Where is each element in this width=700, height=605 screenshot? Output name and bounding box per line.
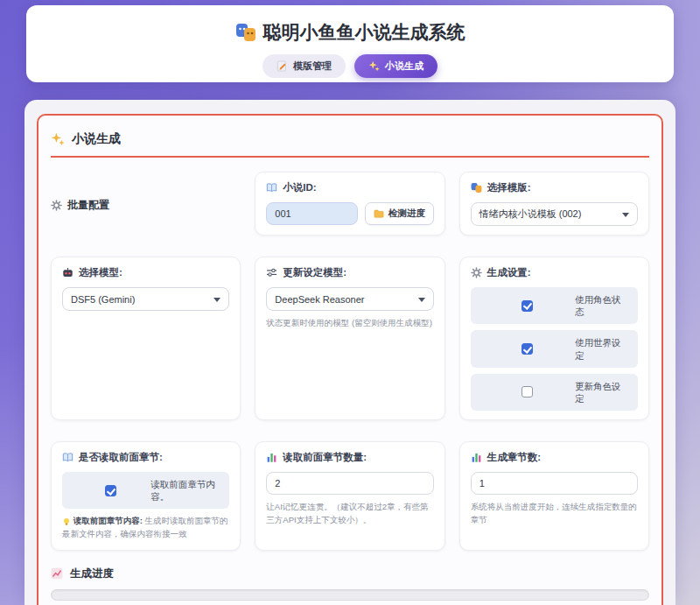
generation-progress-bar xyxy=(51,589,649,601)
robot-icon xyxy=(62,267,74,278)
settings-model-selected-value: DeepSeek Reasoner xyxy=(275,294,364,305)
model-label: 选择模型: xyxy=(62,266,229,279)
sparkles-icon xyxy=(368,60,380,72)
read-previous-hint-strong: 读取前面章节内容: xyxy=(74,516,143,525)
app-title-text: 聪明小鱼鱼小说生成系统 xyxy=(263,20,466,45)
progress-title-text: 生成进度 xyxy=(70,566,114,581)
generation-settings-label: 生成设置: xyxy=(471,266,638,279)
novel-id-input[interactable] xyxy=(266,202,357,225)
read-previous-checkbox[interactable] xyxy=(105,485,116,496)
progress-section-title: 生成进度 xyxy=(51,566,649,581)
chapter-count-card: 生成章节数: 系统将从当前进度开始，连续生成指定数量的章节 xyxy=(459,441,649,551)
novel-id-label-text: 小说ID: xyxy=(283,181,316,194)
option-label: 使用世界设定 xyxy=(575,336,629,361)
model-card: 选择模型: DSF5 (Gemini) xyxy=(51,257,241,420)
page-title: 聪明小鱼鱼小说生成系统 xyxy=(235,20,466,45)
config-grid: 批量配置 小说ID: 检测进度 xyxy=(51,172,649,551)
model-select[interactable]: DSF5 (Gemini) xyxy=(62,287,229,311)
batch-config-heading: 批量配置 xyxy=(51,172,241,236)
read-count-label-text: 读取前面章节数量: xyxy=(283,451,367,464)
read-previous-label-text: 是否读取前面章节: xyxy=(79,451,163,464)
tab-template-management[interactable]: 模版管理 xyxy=(262,54,346,78)
read-previous-hint: 读取前面章节内容: 生成时读取前面章节的最新文件内容，确保内容衔接一致 xyxy=(62,515,229,540)
tab-novel-generation[interactable]: 小说生成 xyxy=(354,54,438,78)
template-selected-value: 情绪内核小说模板 (002) xyxy=(480,208,582,221)
bulb-icon xyxy=(62,517,71,526)
tab-bar: 模版管理 小说生成 xyxy=(26,54,674,78)
read-previous-label: 是否读取前面章节: xyxy=(62,451,229,464)
check-progress-label: 检测进度 xyxy=(388,208,425,220)
batch-config-label: 批量配置 xyxy=(67,198,109,213)
option-use-character-state: 使用角色状态 xyxy=(471,287,638,324)
bar-chart-icon xyxy=(266,452,277,463)
folder-icon xyxy=(374,208,384,219)
read-previous-card: 是否读取前面章节: 读取前面章节内容。 读取前面章节内容: 生成时读取前面章节的… xyxy=(51,441,241,551)
memo-icon xyxy=(276,60,288,72)
gear-icon xyxy=(471,267,482,278)
sparkles-icon xyxy=(51,132,65,146)
novel-generation-panel: 小说生成 批量配置 xyxy=(37,114,663,605)
settings-model-label: 更新设定模型: xyxy=(266,266,433,279)
option-label: 读取前面章节内容。 xyxy=(150,478,220,503)
check-progress-button[interactable]: 检测进度 xyxy=(365,202,434,225)
settings-model-select[interactable]: DeepSeek Reasoner xyxy=(266,287,433,311)
section-title-text: 小说生成 xyxy=(72,131,121,147)
settings-model-label-text: 更新设定模型: xyxy=(283,266,346,279)
theater-masks-icon xyxy=(471,182,482,193)
chapter-count-input[interactable] xyxy=(471,472,638,495)
settings-model-card: 更新设定模型: DeepSeek Reasoner 状态更新时使用的模型 (留空… xyxy=(255,257,444,420)
chapter-count-label: 生成章节数: xyxy=(471,451,638,464)
option-label: 更新角色设定 xyxy=(575,380,629,405)
tab-label: 小说生成 xyxy=(385,60,424,73)
theater-masks-icon xyxy=(235,22,256,43)
update-character-setting-checkbox[interactable] xyxy=(522,386,533,397)
novel-id-card: 小说ID: 检测进度 xyxy=(255,172,444,236)
sliders-icon xyxy=(266,267,277,278)
option-label: 使用角色状态 xyxy=(575,293,629,318)
app-header: 聪明小鱼鱼小说生成系统 模版管理 小说生成 xyxy=(26,5,674,82)
gear-icon xyxy=(51,200,62,211)
book-icon xyxy=(266,182,277,193)
book-icon xyxy=(62,452,74,463)
model-label-text: 选择模型: xyxy=(79,266,122,279)
option-read-previous: 读取前面章节内容。 xyxy=(62,472,229,509)
chart-up-icon xyxy=(51,567,63,580)
chapter-count-hint: 系统将从当前进度开始，连续生成指定数量的章节 xyxy=(471,501,638,526)
read-count-label: 读取前面章节数量: xyxy=(266,451,433,464)
generation-settings-card: 生成设置: 使用角色状态 使用世界设定 更新角色设定 xyxy=(459,257,649,420)
settings-model-hint: 状态更新时使用的模型 (留空则使用生成模型) xyxy=(266,317,433,330)
read-count-card: 读取前面章节数量: 让AI记忆更连贯。（建议不超过2章，有些第三方API支持上下… xyxy=(255,441,444,551)
use-world-setting-checkbox[interactable] xyxy=(522,343,533,355)
tab-label: 模版管理 xyxy=(293,60,332,73)
generation-settings-label-text: 生成设置: xyxy=(487,266,531,279)
bar-chart-icon xyxy=(471,452,482,463)
main-content: 小说生成 批量配置 xyxy=(24,100,676,605)
template-select[interactable]: 情绪内核小说模板 (002) xyxy=(471,202,638,226)
template-card: 选择模版: 情绪内核小说模板 (002) xyxy=(459,172,649,236)
chapter-count-label-text: 生成章节数: xyxy=(487,451,541,464)
use-character-state-checkbox[interactable] xyxy=(522,300,533,312)
section-title: 小说生成 xyxy=(51,128,649,158)
model-selected-value: DSF5 (Gemini) xyxy=(71,294,135,305)
read-count-hint: 让AI记忆更连贯。（建议不超过2章，有些第三方API支持上下文较小）。 xyxy=(266,501,433,526)
novel-id-label: 小说ID: xyxy=(266,181,433,194)
template-label-text: 选择模版: xyxy=(487,181,531,194)
read-count-input[interactable] xyxy=(266,472,433,495)
option-use-world-setting: 使用世界设定 xyxy=(471,330,638,367)
template-label: 选择模版: xyxy=(471,181,638,194)
option-update-character-setting: 更新角色设定 xyxy=(471,374,638,411)
